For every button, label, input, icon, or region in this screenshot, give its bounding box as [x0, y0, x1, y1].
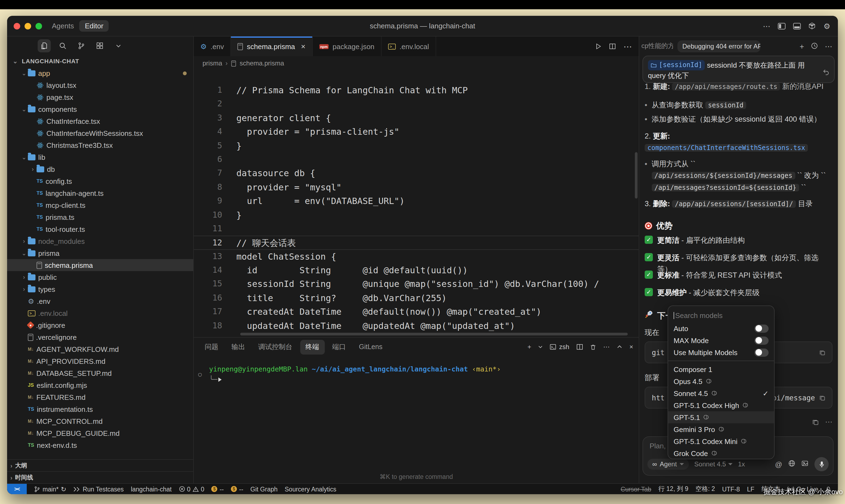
explorer-item-prisma.ts[interactable]: TSprisma.ts	[7, 211, 193, 223]
explorer-item-LANGCHAIN-CHAT[interactable]: ⌄LANGCHAIN-CHAT	[7, 55, 193, 67]
status-cursor-tab[interactable]: Cursor Tab	[621, 486, 651, 492]
explorer-item-app[interactable]: ⌄app	[7, 67, 193, 79]
model-option-Grok Code[interactable]: Grok Code	[668, 447, 774, 459]
minimize-window-button[interactable]	[24, 23, 31, 29]
status-cost-1[interactable]: $--	[212, 486, 224, 492]
terminal-input-line[interactable]: ╰─	[209, 374, 639, 384]
explorer-item-config.ts[interactable]: TSconfig.ts	[7, 175, 193, 187]
editor-tab-package.json[interactable]: npmpackage.json	[313, 37, 382, 56]
chevron-down-icon[interactable]	[112, 39, 125, 52]
explorer-item-public[interactable]: ›public	[7, 271, 193, 283]
code-line-11[interactable]: 11	[194, 222, 639, 236]
model-option-Gemini 3 Pro[interactable]: Gemini 3 Pro	[668, 423, 774, 435]
toggle-switch[interactable]	[754, 324, 769, 332]
editor-tab-.env[interactable]: ⚙.env	[194, 37, 231, 56]
status-project[interactable]: langchain-chat	[131, 486, 172, 492]
explorer-item-tool-router.ts[interactable]: TStool-router.ts	[7, 223, 193, 235]
status-problems[interactable]: 00	[179, 486, 205, 492]
status-indentation[interactable]: 空格: 2	[696, 485, 715, 493]
breadcrumb-file[interactable]: schema.prisma	[240, 59, 284, 67]
mention-icon[interactable]: @	[775, 460, 782, 468]
close-tab-icon[interactable]: ×	[301, 42, 305, 51]
explorer-item-API_PROVIDERS.md[interactable]: M↓API_PROVIDERS.md	[7, 355, 193, 367]
status-run-testcases[interactable]: Run Testcases	[73, 486, 124, 492]
model-option-Sonnet 4.5[interactable]: Sonnet 4.5✓	[668, 387, 774, 399]
explorer-item-page.tsx[interactable]: page.tsx	[7, 91, 193, 103]
model-option-Composer 1[interactable]: Composer 1	[668, 363, 774, 375]
history-icon[interactable]	[811, 42, 818, 51]
maximize-panel-icon[interactable]	[617, 344, 622, 349]
more-actions-icon[interactable]: ⋯	[825, 416, 832, 428]
copy-icon[interactable]	[819, 395, 825, 401]
vertical-scrollbar[interactable]	[635, 152, 637, 199]
breadcrumb-folder[interactable]: prisma	[203, 59, 222, 67]
code-chip[interactable]: /app/api/messages/route.ts	[672, 83, 780, 91]
explorer-item-db[interactable]: ›db	[7, 163, 193, 175]
copy-icon[interactable]	[812, 416, 818, 428]
zoom-window-button[interactable]	[35, 23, 42, 29]
explorer-item-.vercelignore[interactable]: .vercelignore	[7, 331, 193, 343]
code-line-13[interactable]: 13model ChatSession {	[194, 250, 639, 264]
code-line-17[interactable]: 17 createdAt DateTime @default(now()) @m…	[194, 305, 639, 319]
model-selector[interactable]: Sonnet 4.5	[694, 461, 733, 468]
explorer-item-MCP_CONTROL.md[interactable]: M↓MCP_CONTROL.md	[7, 415, 193, 427]
explorer-view-icon[interactable]	[38, 39, 51, 52]
explorer-item-lib[interactable]: ⌄lib	[7, 151, 193, 163]
explorer-item-DATABASE_SETUP.md[interactable]: M↓DATABASE_SETUP.md	[7, 367, 193, 379]
status-sourcery[interactable]: Sourcery Analytics	[285, 486, 336, 492]
sidebar-section-时间线[interactable]: ›时间线	[7, 471, 193, 483]
editor-more-icon[interactable]: ⋯	[623, 41, 632, 52]
code-line-5[interactable]: 5}	[194, 139, 639, 153]
tab-editor[interactable]: Editor	[80, 20, 109, 32]
cube-icon[interactable]	[809, 22, 816, 30]
file-link-chip[interactable]: components/ChatInterfaceWithSessions.tsx	[645, 144, 808, 151]
explorer-item-node_modules[interactable]: ›node_modules	[7, 235, 193, 247]
editor-tab-.env.local[interactable]: >_.env.local	[382, 37, 436, 56]
model-option-GPT-5.1[interactable]: GPT-5.1	[668, 411, 774, 423]
toggle-switch[interactable]	[754, 336, 769, 344]
close-window-button[interactable]	[14, 23, 20, 29]
sessionid-file-chip[interactable]: [sessionId]	[648, 60, 705, 70]
image-icon[interactable]	[801, 459, 808, 469]
code-line-16[interactable]: 16 title String? @db.VarChar(255)	[194, 291, 639, 305]
explorer-item-FEATURES.md[interactable]: M↓FEATURES.md	[7, 391, 193, 403]
panel-tab-GitLens[interactable]: GitLens	[353, 340, 388, 354]
code-line-14[interactable]: 14 id String @id @default(uuid())	[194, 264, 639, 277]
explorer-item-AGENT_WORKFLOW.md[interactable]: M↓AGENT_WORKFLOW.md	[7, 343, 193, 355]
split-editor-icon[interactable]	[609, 43, 616, 50]
code-line-4[interactable]: 4 provider = "prisma-client-js"	[194, 125, 639, 139]
terminal-body[interactable]: ○ yinpeng@yinpengdeMBP.lan ~/ai/ai_agent…	[194, 356, 639, 384]
breadcrumb[interactable]: prisma › schema.prisma	[194, 56, 639, 70]
explorer-item-.env[interactable]: ⚙.env	[7, 295, 193, 307]
explorer-item-layout.tsx[interactable]: layout.tsx	[7, 79, 193, 91]
new-terminal-dropdown-icon[interactable]	[539, 345, 543, 348]
run-button[interactable]	[595, 43, 601, 50]
code-editor[interactable]: 1// Prisma Schema for LangChain Chat wit…	[194, 70, 639, 337]
settings-gear-icon[interactable]: ⚙	[824, 22, 830, 30]
explorer-item-ChristmasTree3D.tsx[interactable]: ChristmasTree3D.tsx	[7, 139, 193, 151]
microphone-button[interactable]	[814, 457, 829, 471]
explorer-item-langchain-agent.ts[interactable]: TSlangchain-agent.ts	[7, 187, 193, 199]
code-line-3[interactable]: 3generator client {	[194, 111, 639, 125]
terminal-more-icon[interactable]: ⋯	[603, 343, 610, 351]
explorer-item-schema.prisma[interactable]: schema.prisma	[7, 259, 193, 271]
explorer-item-ChatInterfaceWithSessions.tsx[interactable]: ChatInterfaceWithSessions.tsx	[7, 127, 193, 139]
code-line-2[interactable]: 2	[194, 97, 639, 111]
toggle-switch[interactable]	[754, 348, 769, 357]
explorer-item-components[interactable]: ⌄components	[7, 103, 193, 115]
code-line-8[interactable]: 8 provider = "mysql"	[194, 180, 639, 194]
explorer-item-ChatInterface.tsx[interactable]: ChatInterface.tsx	[7, 115, 193, 127]
user-message-card[interactable]: [sessionId] sessionId 不要放在路径上面 用query 优化…	[642, 56, 834, 83]
usage-multiplier[interactable]: 1x	[738, 461, 745, 468]
terminal-instance-zsh[interactable]: zsh	[550, 343, 569, 351]
code-line-12[interactable]: 12// 聊天会话表	[194, 236, 639, 250]
status-encoding[interactable]: UTF-8	[722, 486, 740, 492]
new-chat-icon[interactable]: +	[800, 42, 804, 51]
panel-tab-问题[interactable]: 问题	[199, 340, 224, 354]
panel-tab-端口[interactable]: 端口	[327, 340, 351, 354]
source-control-view-icon[interactable]	[75, 39, 88, 52]
explorer-item-instrumentation.ts[interactable]: TSinstrumentation.ts	[7, 403, 193, 415]
editor-tab-schema.prisma[interactable]: schema.prisma×	[231, 37, 313, 56]
chat-more-icon[interactable]: ⋯	[825, 42, 832, 51]
horizontal-scrollbar[interactable]	[240, 333, 628, 336]
